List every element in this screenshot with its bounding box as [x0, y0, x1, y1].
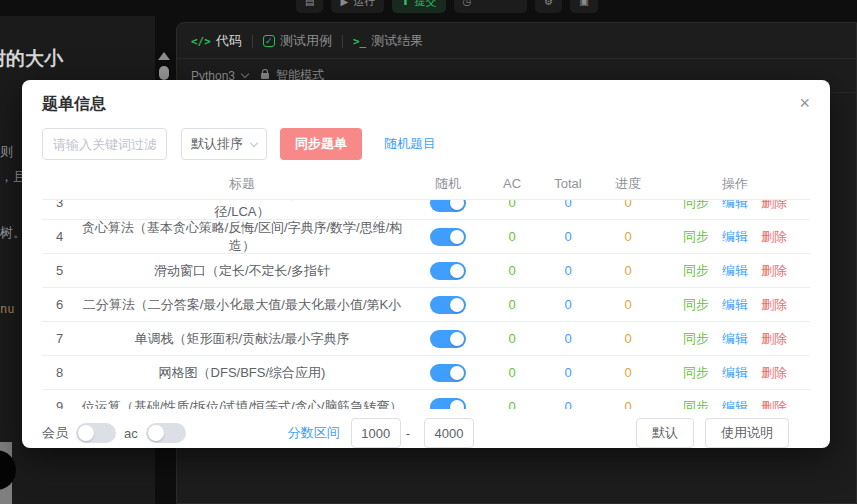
progress-value: 0 [596, 331, 660, 346]
random-switch[interactable] [430, 398, 466, 410]
keyword-filter-input[interactable] [42, 128, 167, 160]
edit-link[interactable]: 编辑 [722, 330, 748, 348]
tab-code[interactable]: </> 代码 [191, 32, 242, 50]
close-icon[interactable]: × [795, 90, 814, 116]
sync-link[interactable]: 同步 [683, 330, 709, 348]
sync-link[interactable]: 同步 [683, 364, 709, 382]
header-random: 随机 [412, 175, 484, 193]
default-button[interactable]: 默认 [636, 418, 694, 448]
row-index: 5 [42, 263, 72, 278]
book-icon: ▣ [579, 0, 588, 7]
score-dash: - [406, 426, 410, 441]
upload-icon: ⬆ [401, 0, 409, 7]
code-fragment: nu [0, 302, 14, 316]
edit-link[interactable]: 编辑 [722, 200, 748, 212]
random-switch[interactable] [430, 262, 466, 280]
help-button[interactable]: 使用说明 [705, 418, 789, 448]
chevron-down-icon [250, 138, 258, 146]
scrollbar-thumb[interactable] [159, 66, 169, 80]
header-actions-label: 操作 [722, 175, 748, 193]
table-row: 9 位运算（基础/性质/拆位/试填/恒等式/贪心/脑筋急转弯） 0 0 0 同步… [42, 390, 810, 409]
progress-value: 0 [596, 263, 660, 278]
settings-button[interactable]: ⚙ [535, 0, 562, 13]
delete-link[interactable]: 删除 [761, 296, 787, 314]
ac-toggle[interactable] [146, 423, 186, 443]
sync-link[interactable]: 同步 [683, 228, 709, 246]
delete-link[interactable]: 删除 [761, 262, 787, 280]
clock-icon: ◷ [463, 0, 472, 7]
header-actions: 操作 [660, 175, 810, 193]
scroll-up-icon[interactable] [158, 52, 170, 60]
table-scroll-viewport[interactable]: 3 链表、二叉树与一般树（前后指针/快慢指针/DFS/BFS/直径/LCA） 0… [42, 200, 810, 409]
delete-link[interactable]: 删除 [761, 398, 787, 410]
table-row: 6 二分算法（二分答案/最小化最大值/最大化最小值/第K小 0 0 0 同步 编… [42, 288, 810, 322]
table-row: 3 链表、二叉树与一般树（前后指针/快慢指针/DFS/BFS/直径/LCA） 0… [42, 200, 810, 220]
sync-link[interactable]: 同步 [683, 200, 709, 212]
random-switch[interactable] [430, 228, 466, 246]
delete-link[interactable]: 删除 [761, 364, 787, 382]
row-title: 单调栈（矩形面积/贡献法/最小字典序 [72, 330, 412, 348]
delete-link[interactable]: 删除 [761, 330, 787, 348]
sync-list-button[interactable]: 同步题单 [280, 128, 362, 160]
submit-label: 提交 [415, 0, 437, 9]
terminal-icon: >_ [353, 35, 366, 48]
timer-button[interactable]: ◷ [454, 0, 528, 13]
score-max-input[interactable] [424, 418, 474, 448]
code-icon: </> [191, 35, 211, 48]
ac-label: ac [124, 426, 138, 441]
random-switch[interactable] [430, 200, 466, 212]
ac-value: 0 [484, 200, 540, 210]
total-value: 0 [540, 331, 596, 346]
submit-button[interactable]: ⬆ 提交 [392, 0, 445, 13]
total-value: 0 [540, 297, 596, 312]
delete-link[interactable]: 删除 [761, 228, 787, 246]
modal-footer: 会员 ac 分数区间 - 默认 使用说明 [42, 418, 810, 448]
edit-link[interactable]: 编辑 [722, 262, 748, 280]
random-switch[interactable] [430, 330, 466, 348]
sort-select[interactable]: 默认排序 [181, 128, 267, 160]
random-switch[interactable] [430, 364, 466, 382]
row-title: 网格图（DFS/BFS/综合应用) [72, 364, 412, 382]
layout-toggle-button[interactable]: ▤ [296, 0, 323, 13]
random-switch[interactable] [430, 296, 466, 314]
progress-value: 0 [596, 229, 660, 244]
tab-testresult[interactable]: >_ 测试结果 [353, 32, 423, 50]
tab-testcase[interactable]: ✓ 测试用例 [263, 32, 332, 50]
edit-link[interactable]: 编辑 [722, 398, 748, 410]
row-index: 4 [42, 229, 72, 244]
sort-select-value: 默认排序 [191, 135, 243, 153]
sync-link[interactable]: 同步 [683, 262, 709, 280]
total-value: 0 [540, 365, 596, 380]
sync-link[interactable]: 同步 [683, 398, 709, 410]
problem-list-modal: 题单信息 × 默认排序 同步题单 随机题目 标题 随机 AC Total 进度 … [22, 80, 830, 448]
total-value: 0 [540, 399, 596, 409]
sync-link[interactable]: 同步 [683, 296, 709, 314]
table-row: 7 单调栈（矩形面积/贡献法/最小字典序 0 0 0 同步 编辑 删除 [42, 322, 810, 356]
edit-link[interactable]: 编辑 [722, 296, 748, 314]
app-window: ▤ ▶ 运行 ⬆ 提交 ◷ ⚙ ▣ 树的大小 则 ，且 树。 nu [0, 0, 857, 504]
testcase-check-icon: ✓ [263, 35, 275, 47]
notes-button[interactable]: ▣ [570, 0, 597, 13]
delete-link[interactable]: 删除 [761, 200, 787, 212]
row-index: 8 [42, 365, 72, 380]
panel-icon: ▤ [305, 0, 314, 7]
progress-value: 0 [596, 399, 660, 409]
table-body: 3 链表、二叉树与一般树（前后指针/快慢指针/DFS/BFS/直径/LCA） 0… [42, 200, 810, 409]
row-index: 6 [42, 297, 72, 312]
random-problem-link[interactable]: 随机题目 [384, 135, 436, 153]
edit-link[interactable]: 编辑 [722, 228, 748, 246]
problem-title-fragment: 树的大小 [0, 46, 63, 72]
run-button[interactable]: ▶ 运行 [331, 0, 384, 13]
progress-value: 0 [596, 200, 660, 210]
row-index: 7 [42, 331, 72, 346]
editor-tab-bar: </> 代码 ✓ 测试用例 >_ 测试结果 [177, 23, 856, 58]
tab-divider [252, 35, 253, 48]
member-toggle[interactable] [76, 423, 116, 443]
header-ac: AC [484, 176, 540, 191]
total-value: 0 [540, 263, 596, 278]
tab-divider [342, 35, 343, 48]
header-total: Total [540, 176, 596, 191]
score-min-input[interactable] [351, 418, 401, 448]
ac-value: 0 [484, 365, 540, 380]
edit-link[interactable]: 编辑 [722, 364, 748, 382]
